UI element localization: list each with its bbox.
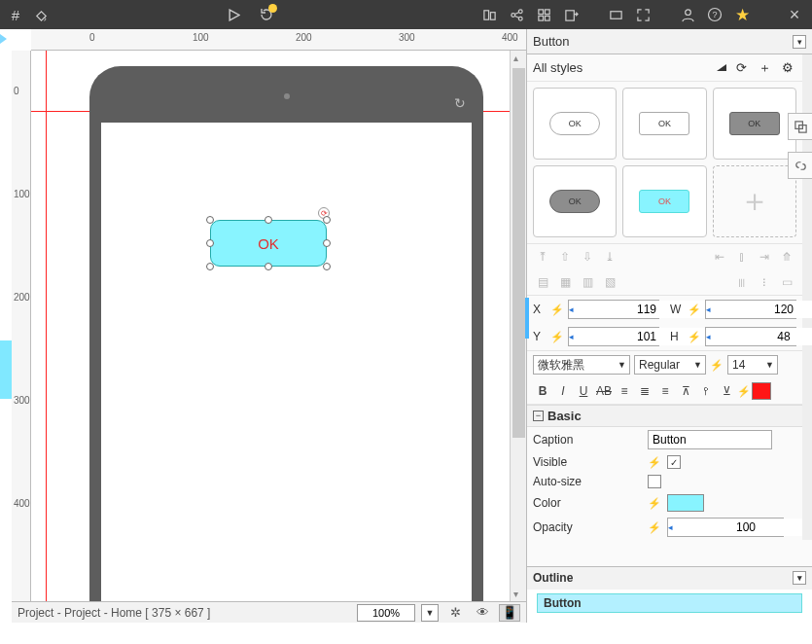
outline-header[interactable]: Outline ▾ [527,566,812,590]
valign-bot-icon[interactable]: ⊻ [717,381,736,401]
style-swatch[interactable]: OK [533,88,617,160]
link-icon[interactable]: ⚡ [737,385,751,398]
align-up-icon[interactable]: ⇧ [555,248,575,266]
link-icon[interactable]: ⚡ [648,497,661,510]
color-swatch[interactable] [667,494,704,512]
underline-button[interactable]: U [574,381,593,401]
group-icon[interactable]: ▭ [777,273,796,291]
snap-icon[interactable]: ✲ [444,604,466,622]
opacity-input[interactable]: ◂▸ [667,518,784,537]
coord-x-input[interactable]: ◂▸ [568,300,659,319]
star-icon[interactable]: ★ [730,3,754,26]
side-tab-link-icon[interactable] [788,152,812,179]
align-left-text-icon[interactable]: ≡ [615,381,634,401]
resize-handle[interactable] [206,216,214,224]
refresh-styles-icon[interactable]: ⟳ [732,59,750,77]
vertical-ruler[interactable]: 0 100 200 300 400 [12,51,31,601]
valign-top-icon[interactable]: ⊼ [676,381,695,401]
grid-icon[interactable]: # [4,3,27,26]
dist-v-icon[interactable]: ⤊ [777,248,796,266]
align-right-icon[interactable]: ▥ [578,273,597,291]
autosize-checkbox[interactable] [648,475,661,488]
style-swatch[interactable]: OK [533,165,617,237]
expand-icon[interactable] [631,3,654,26]
link-icon[interactable]: ⚡ [710,359,724,372]
resize-handle[interactable] [323,239,331,247]
align-stretch-icon[interactable]: ▧ [600,273,619,291]
spacing-v-icon[interactable]: ⫶ [755,273,774,291]
visible-checkbox[interactable]: ✓ [667,455,681,469]
style-swatch[interactable]: OK [622,88,706,160]
filter-icon[interactable] [717,64,726,71]
style-swatch[interactable]: OK [622,165,706,237]
strike-button[interactable]: AB [594,381,614,401]
spacing-h-icon[interactable]: ⫼ [732,273,752,291]
font-weight-dropdown[interactable]: Regular▼ [634,355,706,375]
resize-handle[interactable] [206,239,214,247]
resize-handle[interactable] [323,263,331,270]
device-refresh-icon[interactable]: ↻ [454,95,466,111]
play-icon[interactable] [222,3,245,26]
add-style-swatch[interactable]: ＋ [713,165,796,237]
zoom-input[interactable] [357,604,415,622]
caption-input[interactable] [648,430,772,449]
outline-collapse-button[interactable]: ▾ [793,571,806,585]
selected-button-widget[interactable]: OK ⟳ [210,220,327,267]
zoom-dropdown[interactable]: ▼ [421,604,439,622]
side-tab-layers-icon[interactable] [788,113,812,140]
resize-handle[interactable] [323,216,331,224]
align-bottom-icon[interactable]: ⤓ [600,248,619,266]
link-icon[interactable]: ⚡ [550,304,564,316]
link-icon[interactable]: ⚡ [648,456,661,469]
valign-mid-icon[interactable]: ⫯ [696,381,716,401]
share-icon[interactable] [505,3,528,26]
device-screen[interactable]: OK ⟳ [101,123,472,601]
device-toggle-icon[interactable]: 📱 [499,604,520,622]
horizontal-ruler[interactable]: 0 100 200 300 400 [31,29,526,51]
outline-item[interactable]: Button [537,593,802,613]
export-icon[interactable] [559,3,583,26]
font-family-dropdown[interactable]: 微软雅黑▼ [533,355,630,375]
link-icon[interactable]: ⚡ [550,331,564,343]
link-icon[interactable]: ⚡ [688,331,701,343]
canvas-vscrollbar[interactable] [510,51,526,601]
coord-h-input[interactable]: ◂▸ [705,327,796,346]
style-swatch[interactable]: OK [713,88,796,160]
coord-w-input[interactable]: ◂▸ [705,300,796,319]
add-style-icon[interactable]: ＋ [756,59,773,77]
resize-handle[interactable] [265,216,272,224]
align-center-text-icon[interactable]: ≣ [635,381,654,401]
scrollbar-thumb[interactable] [512,68,525,438]
align-left-icon[interactable]: ▤ [533,273,552,291]
stage[interactable]: ↻ OK ⟳ [31,51,526,601]
resize-handle[interactable] [265,263,272,270]
coord-y-input[interactable]: ◂▸ [568,327,659,346]
align-icon[interactable] [477,3,501,26]
align-hcenter-icon[interactable]: ▦ [555,273,575,291]
settings-icon[interactable]: ⚙ [779,59,796,77]
text-color-swatch[interactable] [752,382,771,400]
dist-h-icon[interactable]: ⇤ [710,248,729,266]
link-icon[interactable]: ⚡ [688,304,701,316]
window-close-icon[interactable]: × [783,3,806,26]
dist-h2-icon[interactable]: ⇥ [755,248,774,266]
help-icon[interactable]: ? [703,3,726,26]
grid4-icon[interactable] [532,3,555,26]
align-right-text-icon[interactable]: ≡ [655,381,675,401]
panel-collapse-button[interactable]: ▾ [793,35,806,49]
italic-button[interactable]: I [553,381,573,401]
refresh-alert-icon[interactable] [255,3,278,26]
rect-icon[interactable] [604,3,627,26]
paint-icon[interactable] [29,3,53,26]
basic-section-header[interactable]: − Basic [527,405,802,427]
font-size-dropdown[interactable]: 14▼ [727,355,778,375]
dist-center-icon[interactable]: ⫿ [732,248,752,266]
align-top-icon[interactable]: ⤒ [533,248,552,266]
bold-button[interactable]: B [533,381,552,401]
user-icon[interactable] [676,3,699,26]
link-icon[interactable]: ⚡ [648,521,661,534]
align-down-icon[interactable]: ⇩ [578,248,597,266]
collapse-icon[interactable]: − [533,411,544,421]
preview-icon[interactable]: 👁 [472,604,493,622]
resize-handle[interactable] [206,263,214,270]
